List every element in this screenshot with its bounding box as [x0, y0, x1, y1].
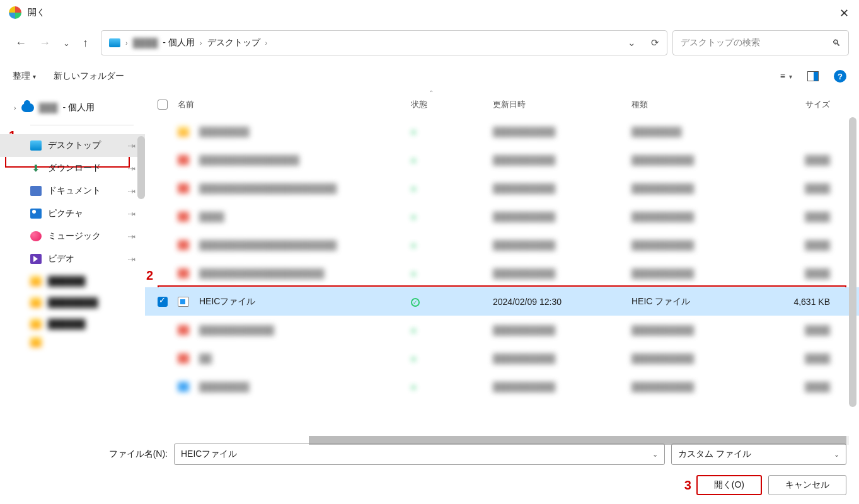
refresh-icon[interactable]: ⟳	[651, 37, 659, 49]
vertical-scrollbar[interactable]	[849, 117, 856, 407]
folder-icon	[30, 337, 42, 347]
folder-icon	[30, 297, 42, 307]
document-icon	[30, 186, 42, 196]
file-row[interactable]: ██████████████████████●█████████████████…	[145, 174, 859, 202]
filename-input[interactable]: HEICファイル ⌄	[174, 444, 665, 465]
search-input[interactable]: デスクトップの検索 🔍︎	[672, 30, 849, 55]
preview-pane-button[interactable]	[807, 71, 819, 81]
file-row[interactable]: ████████●████████████████████████	[145, 372, 859, 401]
sidebar-item-folder[interactable]	[0, 335, 145, 353]
window-title: 開く	[28, 7, 45, 18]
up-icon[interactable]: ↑	[83, 37, 88, 50]
recent-dropdown-icon[interactable]: ⌄	[63, 38, 70, 48]
folder-icon	[30, 319, 42, 329]
video-icon	[30, 254, 42, 264]
breadcrumb-user[interactable]: ████	[133, 38, 158, 48]
file-row[interactable]: ████●████████████████████████	[145, 202, 859, 231]
folder-icon	[30, 276, 42, 286]
file-row-selected[interactable]: HEICファイル ✓ 2024/02/09 12:30 HEIC ファイル 4,…	[145, 287, 859, 316]
onedrive-item[interactable]: › ███ - 個人用	[0, 98, 145, 117]
open-button[interactable]: 開く(O)	[696, 475, 762, 495]
search-icon: 🔍︎	[832, 38, 841, 48]
heic-file-icon	[178, 297, 189, 307]
chevron-right-icon: ›	[200, 39, 202, 47]
footer: ファイル名(N): HEICファイル ⌄ カスタム ファイル ⌄ 3 開く(O)…	[0, 436, 859, 504]
file-list: ⌃ 名前 状態 更新日時 種類 サイズ ████████●███████████…	[145, 92, 859, 445]
new-folder-button[interactable]: 新しいフォルダー	[54, 71, 124, 82]
sidebar-item-label: デスクトップ	[48, 140, 101, 151]
file-row[interactable]: ██●████████████████████████	[145, 344, 859, 372]
chevron-right-icon[interactable]: ›	[14, 104, 16, 112]
file-type-cell: HEIC ファイル	[631, 296, 754, 307]
annotation-2: 2	[146, 268, 153, 283]
close-icon[interactable]: ✕	[839, 6, 849, 20]
back-icon[interactable]: ←	[15, 37, 26, 50]
forward-icon[interactable]: →	[39, 37, 50, 50]
sidebar-scrollbar[interactable]	[137, 136, 145, 199]
column-date[interactable]: 更新日時	[493, 99, 631, 110]
breadcrumb-desktop[interactable]: デスクトップ	[207, 37, 260, 49]
toolbar: 整理 ▾ 新しいフォルダー ≡ ▾ ?	[0, 60, 859, 92]
download-icon: ⬇	[30, 163, 42, 173]
pin-icon[interactable]: 📌︎	[125, 207, 138, 220]
sort-indicator-icon: ⌃	[429, 89, 434, 96]
navigation-row: ← → ⌄ ↑ › ████ - 個人用 › デスクトップ › ⌄ ⟳ デスクト…	[0, 25, 859, 60]
file-row[interactable]: ████████████████●███████████████████████…	[145, 146, 859, 174]
breadcrumb-personal[interactable]: - 個人用	[163, 37, 195, 49]
pin-icon[interactable]: 📌︎	[125, 229, 138, 243]
pictures-icon	[30, 209, 42, 219]
main-area: › ███ - 個人用 1 デスクトップ 📌︎ ⬇ ダウンロード 📌︎ ドキュメ…	[0, 92, 859, 445]
sidebar-item-videos[interactable]: ビデオ 📌︎	[0, 248, 145, 270]
sidebar-item-downloads[interactable]: ⬇ ダウンロード 📌︎	[0, 157, 145, 180]
file-row[interactable]: ████████●██████████████████	[145, 117, 859, 146]
select-all-checkbox[interactable]	[158, 100, 168, 110]
file-date-cell: 2024/02/09 12:30	[493, 297, 631, 307]
chevron-down-icon[interactable]: ⌄	[834, 450, 839, 459]
pin-icon[interactable]: 📌︎	[125, 161, 138, 175]
file-size-cell: 4,631 KB	[754, 297, 830, 307]
help-icon[interactable]: ?	[834, 70, 846, 83]
file-row[interactable]: ██████████████████████●█████████████████…	[145, 231, 859, 259]
onedrive-label: - 個人用	[62, 102, 95, 113]
cloud-icon	[21, 103, 34, 112]
desktop-icon	[30, 140, 42, 151]
sidebar-item-music[interactable]: ミュージック 📌︎	[0, 225, 145, 248]
chevron-down-icon: ▾	[789, 73, 792, 80]
chevron-right-icon: ›	[125, 39, 128, 47]
pin-icon[interactable]: 📌︎	[125, 252, 138, 265]
search-placeholder: デスクトップの検索	[681, 37, 760, 49]
pin-icon[interactable]: 📌︎	[125, 139, 138, 152]
address-dropdown-icon[interactable]: ⌄	[628, 37, 636, 49]
sidebar-item-folder[interactable]: ██████	[0, 270, 145, 292]
sidebar: › ███ - 個人用 1 デスクトップ 📌︎ ⬇ ダウンロード 📌︎ ドキュメ…	[0, 92, 145, 445]
title-bar: 開く ✕	[0, 0, 859, 25]
pc-icon	[109, 38, 120, 47]
row-checkbox[interactable]	[158, 297, 168, 307]
pin-icon[interactable]: 📌︎	[125, 184, 138, 197]
app-icon	[9, 6, 21, 19]
column-state[interactable]: 状態	[411, 99, 493, 110]
synced-icon: ✓	[411, 298, 420, 307]
address-bar[interactable]: › ████ - 個人用 › デスクトップ › ⌄ ⟳	[101, 30, 667, 55]
organize-button[interactable]: 整理 ▾	[13, 71, 36, 82]
column-headers: 名前 状態 更新日時 種類 サイズ	[145, 92, 859, 117]
filetype-select[interactable]: カスタム ファイル ⌄	[671, 444, 846, 465]
column-size[interactable]: サイズ	[754, 99, 830, 110]
cancel-button[interactable]: キャンセル	[768, 475, 846, 495]
file-state-cell: ✓	[411, 296, 493, 307]
column-type[interactable]: 種類	[631, 99, 754, 110]
file-row[interactable]: ████████████████████●███████████████████…	[145, 259, 859, 287]
sidebar-item-pictures[interactable]: ピクチャ 📌︎	[0, 202, 145, 225]
sidebar-item-documents[interactable]: ドキュメント 📌︎	[0, 180, 145, 202]
annotation-3: 3	[684, 478, 691, 493]
view-mode-button[interactable]: ≡ ▾	[780, 71, 792, 81]
column-name[interactable]: 名前	[178, 99, 411, 110]
sidebar-item-desktop[interactable]: デスクトップ 📌︎	[0, 134, 145, 157]
sidebar-item-folder[interactable]: ██████	[0, 313, 145, 335]
file-row[interactable]: ████████████●████████████████████████	[145, 316, 859, 344]
music-icon	[30, 231, 42, 241]
sidebar-item-folder[interactable]: ████████	[0, 292, 145, 313]
sidebar-item-label: ビデオ	[48, 253, 74, 265]
chevron-down-icon[interactable]: ⌄	[652, 450, 658, 459]
sidebar-item-label: ピクチャ	[48, 208, 83, 219]
